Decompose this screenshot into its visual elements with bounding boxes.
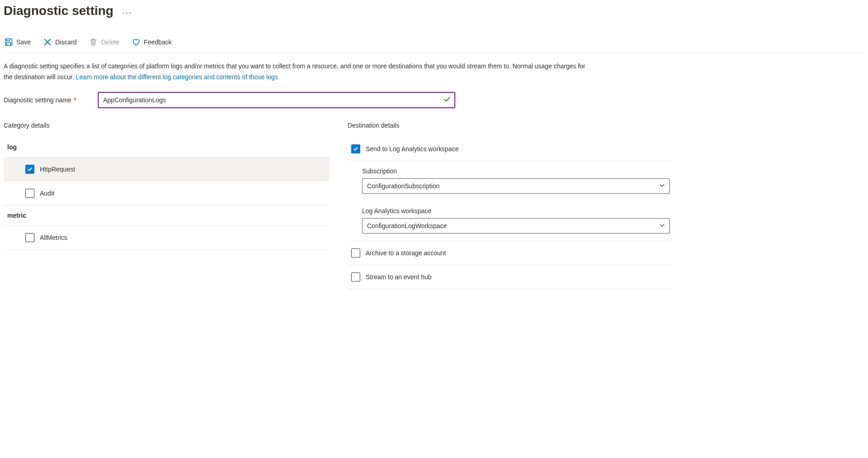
dest-label-log-analytics: Send to Log Analytics workspace xyxy=(366,145,458,153)
log-label-audit: Audit xyxy=(40,190,54,197)
dest-label-event-hub: Stream to an event hub xyxy=(366,273,432,281)
diagnostic-name-input[interactable] xyxy=(98,92,455,108)
dest-row-storage[interactable]: Archive to a storage account xyxy=(348,241,673,265)
destination-heading: Destination details xyxy=(348,122,673,129)
feedback-label: Feedback xyxy=(144,38,172,46)
log-group-label: log xyxy=(4,137,329,157)
checkbox-storage[interactable] xyxy=(351,248,360,258)
log-label-httprequest: HttpRequest xyxy=(40,166,75,173)
subscription-block: Subscription ConfigurationSubscription xyxy=(348,161,673,201)
subscription-label: Subscription xyxy=(362,167,673,175)
metric-row-allmetrics[interactable]: AllMetrics xyxy=(4,226,329,250)
dest-row-log-analytics[interactable]: Send to Log Analytics workspace xyxy=(348,137,673,161)
more-icon[interactable]: ... xyxy=(123,6,132,16)
discard-label: Discard xyxy=(55,38,76,46)
category-heading: Category details xyxy=(4,122,329,129)
required-indicator: * xyxy=(72,96,76,104)
log-row-httprequest[interactable]: HttpRequest xyxy=(4,157,329,181)
checkbox-log-analytics[interactable] xyxy=(351,144,360,153)
workspace-block: Log Analytics workspace ConfigurationLog… xyxy=(348,201,673,241)
learn-more-link[interactable]: Learn more about the different log categ… xyxy=(76,73,278,81)
name-label: Diagnostic setting name * xyxy=(4,96,90,104)
save-button[interactable]: Save xyxy=(4,36,32,48)
delete-button: Delete xyxy=(88,36,120,48)
subscription-value: ConfigurationSubscription xyxy=(367,182,439,190)
metric-label-allmetrics: AllMetrics xyxy=(40,234,67,241)
checkbox-event-hub[interactable] xyxy=(351,272,360,281)
workspace-select[interactable]: ConfigurationLogWorkspace xyxy=(362,218,670,234)
dest-row-event-hub[interactable]: Stream to an event hub xyxy=(348,265,673,289)
description-text: A diagnostic setting specifies a list of… xyxy=(4,61,592,83)
svg-rect-1 xyxy=(7,43,11,45)
toolbar: Save Discard Delete Feedback xyxy=(4,36,864,53)
metric-group-label: metric xyxy=(4,205,329,226)
save-icon xyxy=(5,38,13,46)
page-title: Diagnostic setting xyxy=(4,4,114,18)
heart-icon xyxy=(132,38,140,46)
checkmark-icon xyxy=(444,95,451,104)
checkbox-allmetrics[interactable] xyxy=(25,233,34,242)
checkbox-httprequest[interactable] xyxy=(25,165,34,174)
trash-icon xyxy=(89,38,97,46)
log-row-audit[interactable]: Audit xyxy=(4,181,329,205)
subscription-select[interactable]: ConfigurationSubscription xyxy=(362,178,670,194)
workspace-value: ConfigurationLogWorkspace xyxy=(367,222,447,229)
save-label: Save xyxy=(16,38,31,46)
dest-label-storage: Archive to a storage account xyxy=(366,249,446,257)
delete-label: Delete xyxy=(101,38,119,46)
discard-button[interactable]: Discard xyxy=(43,36,77,48)
workspace-label: Log Analytics workspace xyxy=(362,207,673,215)
checkbox-audit[interactable] xyxy=(25,189,34,198)
feedback-button[interactable]: Feedback xyxy=(131,36,172,48)
close-icon xyxy=(43,38,52,46)
